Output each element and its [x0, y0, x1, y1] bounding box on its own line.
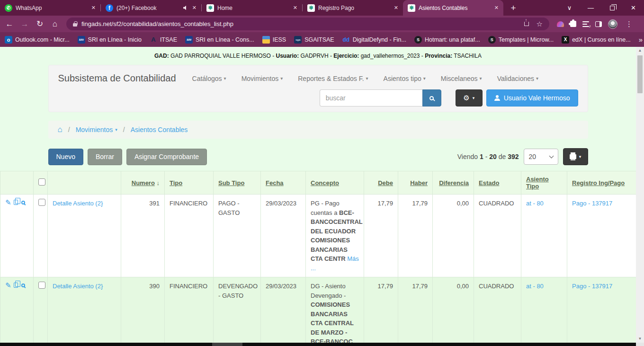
sort-estado[interactable]: Estado — [479, 179, 499, 186]
tab-registro-pago[interactable]: ✾ Registro Pago ✕ — [303, 0, 403, 16]
detalle-asiento-link[interactable]: Detalle Asiento (2} — [53, 283, 103, 290]
sort-registro[interactable]: Registro Ing/Pago — [572, 179, 625, 186]
bookmark-sri-inicio[interactable]: SRISRI en Línea - Inicio — [78, 36, 142, 44]
print-dropdown-button[interactable]: ▾ — [563, 148, 588, 165]
reading-list-icon[interactable]: ♪ — [582, 21, 589, 27]
bookmark-hotmart[interactable]: SHotmart: una plataf... — [414, 36, 480, 44]
detalle-asiento-link[interactable]: Detalle Asiento (2} — [53, 200, 103, 207]
tab-asientos-contables-active[interactable]: ✾ Asientos Contables ✕ — [403, 0, 503, 16]
view-icon[interactable] — [21, 201, 25, 204]
browser-toolbar: ← → ↻ ⌂ fingads.net/sf2/contabilidad/asi… — [0, 16, 644, 32]
bookmark-itsae[interactable]: AITSAE — [150, 36, 177, 44]
tab-close-icon[interactable]: ✕ — [493, 5, 500, 11]
home-button[interactable]: ⌂ — [48, 18, 62, 31]
browser-menu-icon[interactable]: ⋮ — [624, 20, 635, 28]
weather-extension-icon[interactable] — [557, 21, 564, 27]
horizontal-scrollbar[interactable] — [0, 343, 636, 346]
extensions-puzzle-icon[interactable] — [570, 21, 576, 27]
sort-tipo[interactable]: Tipo — [170, 179, 182, 186]
menu-reportes[interactable]: Reportes & Estados F.▾ — [298, 75, 368, 82]
minimize-button[interactable]: — — [580, 0, 601, 16]
settings-dropdown-button[interactable]: ⚙▾ — [456, 89, 483, 106]
breadcrumb-current[interactable]: Asientos Contables — [131, 126, 188, 133]
breadcrumb: ⌂ / Movimientos▾ / Asientos Contables — [48, 121, 588, 139]
asiento-tipo-link[interactable]: at - 80 — [526, 200, 544, 207]
sort-asiento-tipo[interactable]: Asiento Tipo — [526, 176, 549, 190]
new-tab-button[interactable]: + — [506, 1, 520, 15]
search-button[interactable] — [422, 89, 441, 106]
bookmark-outlook[interactable]: oOutlook.com - Micr... — [5, 36, 70, 44]
user-button[interactable]: Usuario Vale Hermoso — [486, 89, 578, 106]
bookmark-sgaitsae[interactable]: sgaSGAITSAE — [294, 36, 334, 44]
caret-down-icon: ▾ — [115, 127, 117, 132]
bookmark-digitaldefynd[interactable]: ddDigitalDefynd - Fin... — [342, 36, 406, 44]
sort-sub-tipo[interactable]: Sub Tipo — [218, 179, 244, 186]
reload-button[interactable]: ↻ — [33, 18, 46, 31]
row-checkbox[interactable] — [38, 199, 45, 206]
bookmark-star-icon[interactable]: ☆ — [537, 20, 543, 28]
tab-close-icon[interactable]: ✕ — [90, 5, 97, 11]
bookmark-sri-consultas[interactable]: SRISRI en Línea - Cons... — [185, 36, 254, 44]
row-checkbox[interactable] — [38, 282, 45, 289]
forward-button[interactable]: → — [18, 18, 31, 31]
asiento-tipo-link[interactable]: at - 80 — [526, 283, 544, 290]
sort-fecha[interactable]: Fecha — [266, 179, 284, 186]
tab-close-icon[interactable]: ✕ — [393, 5, 399, 11]
sort-debe[interactable]: Debe — [378, 179, 393, 186]
registro-pago-link[interactable]: Pago - 137917 — [572, 200, 612, 207]
borrar-button[interactable]: Borrar — [88, 149, 122, 165]
copy-icon[interactable] — [14, 200, 18, 205]
view-icon[interactable] — [21, 284, 25, 287]
sort-numero[interactable]: Numero — [132, 179, 155, 186]
page-size-select[interactable]: 20 — [524, 149, 558, 165]
nuevo-button[interactable]: Nuevo — [48, 149, 83, 165]
menu-validaciones[interactable]: Validaciones▾ — [497, 75, 538, 82]
menu-catalogos[interactable]: Catálogos▾ — [192, 75, 226, 82]
menu-miscelaneos[interactable]: Miscelaneos▾ — [441, 75, 482, 82]
tab-whatsapp[interactable]: ✆ WhatsApp ✕ — [0, 0, 100, 16]
gear-icon: ⚙ — [463, 94, 469, 102]
bookmarks-bar: oOutlook.com - Micr... SRISRI en Línea -… — [0, 32, 644, 47]
bookmarks-overflow-icon[interactable]: » — [639, 35, 643, 44]
tab-audio-icon[interactable] — [183, 6, 188, 10]
address-bar[interactable]: fingads.net/sf2/contabilidad/asientos_co… — [66, 18, 549, 30]
bookmark-edx[interactable]: XedX | Cursos en líne... — [562, 36, 630, 44]
lock-icon[interactable] — [73, 23, 77, 27]
edit-icon[interactable]: ✎ — [5, 282, 11, 289]
side-panel-icon[interactable] — [595, 21, 602, 27]
vertical-scrollbar[interactable]: ▲ ▼ — [636, 47, 644, 343]
scroll-down-icon[interactable]: ▼ — [638, 335, 642, 343]
menu-asientos-tipo[interactable]: Asientos tipo▾ — [384, 75, 426, 82]
hscrollbar-thumb[interactable] — [212, 343, 242, 346]
copy-icon[interactable] — [14, 283, 18, 288]
bookmark-templates[interactable]: STemplates | Microw... — [488, 36, 554, 44]
registro-pago-link[interactable]: Pago - 137917 — [572, 283, 612, 290]
asignar-comprobante-button[interactable]: Asignar Comprobante — [126, 149, 207, 165]
ejercicio-value: gad_vallehermos_2023 - — [359, 53, 425, 59]
home-icon[interactable]: ⌂ — [58, 125, 63, 134]
sort-diferencia[interactable]: Diferencia — [439, 179, 469, 186]
maximize-button[interactable] — [601, 0, 623, 16]
menu-movimientos[interactable]: Movimientos▾ — [242, 75, 283, 82]
tab-facebook[interactable]: f (20+) Facebook ✕ — [101, 0, 201, 16]
tab-home[interactable]: ✾ Home ✕ — [202, 0, 302, 16]
share-icon[interactable]: ↑ — [524, 22, 529, 26]
search-input[interactable] — [320, 89, 422, 106]
url-text[interactable]: fingads.net/sf2/contabilidad/asientos_co… — [81, 20, 233, 27]
select-all-checkbox[interactable] — [38, 178, 45, 186]
tab-close-icon[interactable]: ✕ — [191, 5, 197, 11]
bookmark-iess[interactable]: IESS — [262, 36, 286, 44]
scrollbar-thumb[interactable] — [637, 55, 643, 93]
col-concepto: Concepto — [306, 171, 364, 195]
tab-close-icon[interactable]: ✕ — [292, 5, 298, 11]
scroll-up-icon[interactable]: ▲ — [638, 47, 642, 54]
sort-haber[interactable]: Haber — [410, 179, 428, 186]
profile-avatar[interactable] — [608, 19, 617, 29]
close-window-button[interactable]: ✕ — [623, 0, 644, 16]
breadcrumb-movimientos[interactable]: Movimientos▾ — [76, 126, 117, 133]
tab-search-chevron-icon[interactable]: ∨ — [559, 0, 580, 16]
sort-concepto[interactable]: Concepto — [311, 179, 339, 186]
usuario-value: GADPRVH - — [299, 53, 333, 59]
edit-icon[interactable]: ✎ — [5, 199, 11, 206]
back-button[interactable]: ← — [3, 18, 16, 31]
